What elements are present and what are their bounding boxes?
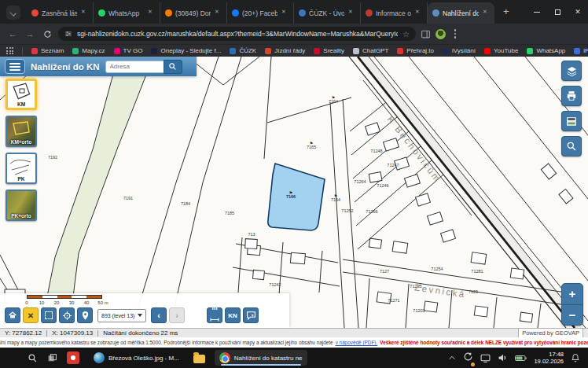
bookmark-item[interactable]: WhatsApp — [527, 47, 565, 54]
tab-close-icon[interactable] — [214, 9, 222, 17]
tab-close-icon[interactable] — [281, 9, 288, 17]
tab-search-button[interactable] — [6, 6, 20, 20]
minimize-button[interactable] — [527, 0, 547, 24]
tab-close-icon[interactable] — [80, 9, 88, 17]
bookmark-item[interactable]: Jízdní řády — [265, 47, 305, 54]
bookmark-star-icon[interactable]: ☆ — [402, 30, 410, 39]
cast-icon[interactable] — [480, 354, 491, 362]
tab-close-icon[interactable] — [414, 9, 422, 17]
tab-close-icon[interactable] — [482, 9, 490, 17]
status-message: Načítání dokončeno 22 ms — [103, 329, 178, 337]
forward-icon[interactable]: → — [24, 28, 36, 40]
site-settings-icon — [64, 30, 72, 38]
layers-icon — [566, 65, 578, 77]
tab-favicon — [165, 9, 172, 17]
back-icon[interactable]: ← — [6, 28, 19, 40]
bookmark-item[interactable]: iPrima — [574, 47, 588, 54]
tooltip-button[interactable] — [243, 307, 259, 323]
browser-tab[interactable]: Zasněná láska — [27, 2, 94, 24]
bookmark-item[interactable]: ChatGPT — [353, 47, 388, 54]
history-forward-button[interactable]: › — [169, 307, 185, 323]
notification-bell-icon[interactable] — [571, 353, 580, 362]
browser-menu-icon[interactable] — [450, 29, 460, 39]
bookmark-item[interactable]: YouTube — [484, 47, 518, 54]
history-back-button[interactable]: ‹ — [151, 307, 167, 323]
minimize-icon — [534, 12, 540, 13]
zoom-out-button[interactable] — [562, 305, 582, 326]
scale-tick: 20 — [54, 300, 60, 305]
pin-button[interactable] — [77, 307, 93, 323]
browser-tab[interactable]: WhatsApp — [94, 2, 160, 24]
close-selection-button[interactable] — [23, 307, 39, 323]
maximize-button[interactable] — [547, 0, 568, 24]
disclaimer-bar: Obsah katastrální mapy a mapy pozemkovéh… — [0, 337, 588, 348]
browser-tab[interactable]: Informace o p — [361, 2, 428, 24]
browser-tab[interactable]: ČÚZK - Úvod — [294, 2, 361, 24]
hamburger-menu-icon[interactable] — [5, 59, 25, 74]
help-pdf-link[interactable]: v nápovědě (PDF). — [336, 340, 378, 345]
address-search-input[interactable] — [105, 61, 164, 73]
taskbar-clock[interactable]: 17:48 19.02.2026 — [534, 351, 564, 365]
locate-button[interactable] — [59, 307, 75, 323]
apps-grid-icon[interactable] — [6, 47, 13, 54]
kn-info-button[interactable]: KN — [225, 307, 241, 323]
browser-tab[interactable]: (20+) Facebo — [227, 2, 294, 24]
start-button[interactable] — [8, 353, 18, 363]
printer-icon — [566, 90, 577, 101]
tab-favicon — [98, 9, 105, 17]
bookmark-item[interactable]: TV GO — [114, 47, 143, 54]
chevron-left-icon: ‹ — [157, 311, 160, 320]
bookmark-item[interactable]: Přehraj.to — [397, 47, 434, 54]
profile-avatar[interactable] — [435, 29, 446, 39]
bookmark-item[interactable]: Sreality — [314, 47, 344, 54]
volume-icon[interactable] — [498, 353, 508, 362]
battery-icon[interactable] — [515, 355, 527, 362]
measure-button[interactable]: m — [207, 307, 222, 323]
bookmark-list: Seznam Mapy.cz TV GO Oneplay - Sledujte … — [31, 47, 588, 54]
legend-button[interactable] — [561, 111, 582, 131]
tab-close-icon[interactable] — [347, 9, 355, 17]
orto-parcel-lines — [10, 120, 32, 138]
task-chrome[interactable]: Nahlížení do katastru ne — [215, 350, 307, 366]
sync-icon[interactable] — [463, 351, 473, 365]
layers-button[interactable] — [561, 61, 582, 81]
browser-tab[interactable]: Nahlížení do k — [428, 2, 494, 24]
url-address-bar[interactable]: sgi-nahlizenidokn.cuzk.gov.cz/marushka/d… — [58, 27, 416, 41]
close-button[interactable] — [568, 0, 588, 24]
zoom-search-button[interactable] — [561, 136, 582, 156]
tab-favicon — [31, 9, 39, 17]
task-image-viewer[interactable]: Březová Oleško.jpg - M... — [89, 350, 184, 366]
clock-date: 19.02.2026 — [534, 358, 564, 365]
layer-button-km-orto[interactable]: KM+orto — [6, 116, 37, 147]
taskbar-search-icon[interactable] — [28, 353, 38, 363]
bookmark-item[interactable]: Seznam — [31, 47, 64, 54]
new-tab-button[interactable] — [499, 5, 515, 20]
tray-chevron-icon[interactable] — [448, 355, 456, 361]
bookmark-item[interactable]: ČÚZK — [230, 47, 256, 54]
bookmark-item[interactable]: iVysílání — [443, 47, 476, 54]
home-button[interactable] — [5, 307, 20, 323]
bookmark-item[interactable]: Mapy.cz — [72, 47, 105, 54]
map-canvas[interactable] — [0, 57, 588, 328]
level-select-dropdown[interactable]: 893 (level 13) — [97, 309, 146, 322]
rectangle-select-button[interactable] — [41, 307, 57, 323]
browser-tab[interactable]: (30849) Doruč — [160, 2, 227, 24]
media-app-icon[interactable] — [67, 351, 79, 364]
tab-title: WhatsApp — [108, 9, 144, 17]
file-explorer-icon[interactable] — [193, 355, 205, 363]
layer-button-km[interactable]: KM — [6, 79, 37, 110]
layer-button-pk-orto[interactable]: PK+orto — [6, 190, 37, 221]
legend-icon — [566, 116, 577, 127]
address-search-button[interactable] — [164, 60, 182, 74]
bookmark-item[interactable]: Oneplay - Sledujte f... — [151, 47, 221, 54]
maximize-icon — [555, 9, 560, 15]
print-button[interactable] — [561, 86, 582, 106]
side-panel-icon[interactable] — [421, 29, 431, 39]
layer-button-pk[interactable]: PK — [6, 153, 37, 184]
zoom-in-button[interactable] — [562, 284, 582, 305]
bottom-toolbar: 0 10 20 30 40 50 m 893 — [0, 293, 289, 328]
task-view-icon[interactable] — [47, 353, 57, 363]
tab-close-icon[interactable] — [147, 9, 155, 17]
reload-icon[interactable] — [41, 28, 53, 40]
scale-tick: 40 — [84, 300, 90, 305]
